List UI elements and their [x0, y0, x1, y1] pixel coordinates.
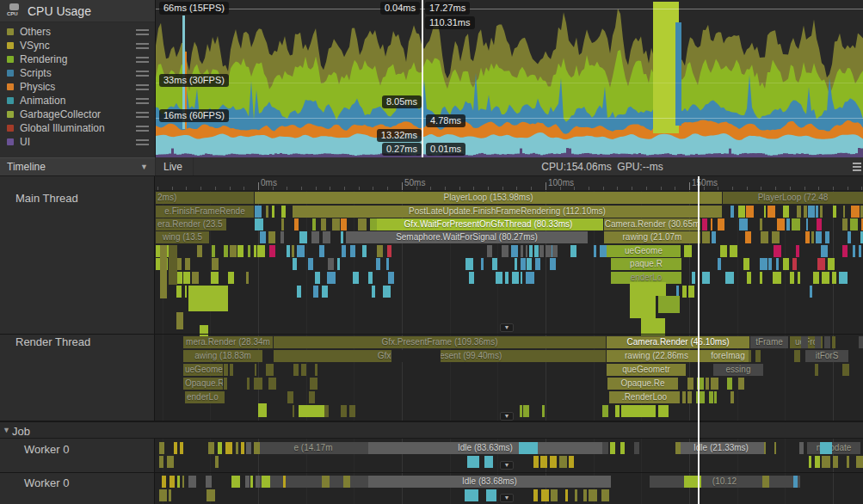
timeline-sample[interactable] — [526, 245, 527, 257]
timeline-sample[interactable] — [169, 245, 177, 285]
drag-handle-icon[interactable] — [136, 126, 149, 132]
timeline-sample[interactable] — [519, 442, 538, 454]
drag-handle-icon[interactable] — [136, 112, 149, 118]
timeline-sample[interactable] — [492, 258, 497, 270]
timeline-sample[interactable] — [327, 272, 336, 284]
timeline-sample[interactable] — [383, 286, 391, 298]
timeline-sample-mera.render-28.34m[interactable]: mera.Render (28.34m — [183, 336, 273, 348]
timeline-sample[interactable] — [792, 218, 800, 230]
timeline-sample[interactable] — [602, 405, 608, 417]
timeline-sample[interactable] — [293, 405, 294, 417]
timeline-sample[interactable] — [714, 391, 717, 403]
timeline-sample[interactable] — [241, 442, 244, 454]
timeline-sample[interactable] — [833, 456, 838, 468]
timeline-sample[interactable] — [725, 272, 734, 284]
timeline-sample[interactable] — [502, 245, 509, 257]
timeline-sample[interactable] — [218, 442, 222, 454]
timeline-sample-idle-83.68ms-[interactable]: Idle (83.68ms) — [368, 476, 611, 488]
timeline-sample[interactable] — [675, 442, 681, 454]
timeline-sample-.renderloo[interactable]: .RenderLoo — [609, 391, 680, 403]
timeline-sample[interactable] — [768, 258, 772, 270]
timeline-sample[interactable] — [341, 405, 347, 417]
timeline-sample[interactable] — [790, 272, 794, 284]
timeline-sample[interactable] — [185, 286, 187, 298]
timeline-sample[interactable] — [806, 218, 808, 230]
timeline-sample[interactable] — [268, 378, 276, 390]
timeline-sample[interactable] — [808, 206, 815, 218]
timeline-sample[interactable] — [776, 258, 779, 270]
timeline-sample[interactable] — [764, 206, 766, 218]
timeline-sample-playerloop-72.48[interactable]: PlayerLoop (72.48 — [723, 192, 863, 204]
timeline-sample[interactable] — [533, 456, 539, 468]
timeline-sample[interactable] — [269, 245, 275, 257]
timeline-sample[interactable] — [709, 391, 713, 403]
timeline-sample[interactable] — [738, 378, 744, 390]
timeline-sample[interactable] — [529, 245, 533, 257]
timeline-sample[interactable] — [610, 442, 615, 454]
timeline-sample[interactable] — [250, 476, 253, 488]
timeline-sample-quegeometr[interactable]: queGeometr — [607, 364, 686, 376]
timeline-sample-opaque.re[interactable]: Opaque.Re — [607, 378, 678, 390]
timeline-sample[interactable] — [641, 318, 665, 335]
timeline-sample[interactable] — [169, 489, 171, 501]
timeline-sample[interactable] — [541, 489, 549, 501]
thread-label[interactable]: Worker 0 — [24, 443, 70, 456]
timeline-sample-paque.r[interactable]: paque.R — [611, 258, 681, 270]
timeline-sample[interactable] — [185, 258, 190, 270]
timeline-sample[interactable] — [859, 245, 861, 257]
timeline-sample[interactable] — [749, 350, 751, 362]
timeline-sample[interactable] — [839, 272, 848, 284]
timeline-sample[interactable] — [266, 364, 274, 376]
timeline-sample[interactable] — [783, 206, 789, 218]
timeline-sample[interactable] — [215, 456, 219, 468]
timeline-sample-postlateupdate.finishframerendering-112.10ms-[interactable]: PostLateUpdate.FinishFrameRendering (112… — [293, 206, 722, 218]
timeline-sample-uegeome[interactable]: ueGeome — [183, 364, 223, 376]
timeline-sample[interactable] — [764, 442, 766, 454]
timeline-sample[interactable] — [341, 218, 347, 230]
expand-rows-button[interactable]: ▼ — [500, 461, 514, 470]
timeline-sample-uegeome[interactable]: ueGeome — [607, 245, 681, 257]
timeline-sample[interactable] — [730, 206, 734, 218]
timeline-sample[interactable] — [746, 206, 754, 218]
timeline-sample[interactable] — [387, 245, 391, 257]
timeline-sample[interactable] — [702, 272, 710, 284]
timeline-sample[interactable] — [523, 405, 529, 417]
timeline-sample[interactable] — [520, 405, 522, 417]
timeline-sample[interactable] — [341, 231, 343, 243]
drag-handle-icon[interactable] — [136, 71, 149, 77]
timeline-sample[interactable] — [569, 456, 574, 468]
timeline-sample[interactable] — [850, 218, 858, 230]
timeline-sample[interactable] — [376, 258, 380, 270]
timeline-sample[interactable] — [521, 258, 526, 270]
timeline-sample[interactable] — [794, 350, 800, 362]
timeline-sample[interactable] — [810, 286, 812, 298]
live-button[interactable]: Live — [155, 157, 194, 175]
timeline-sample[interactable] — [230, 245, 237, 257]
timeline-sample-e-14.17m[interactable]: e (14.17m — [258, 442, 368, 454]
timeline-sample[interactable] — [692, 272, 695, 284]
timeline-sample[interactable] — [711, 218, 712, 230]
timeline-sample[interactable] — [159, 442, 164, 454]
timeline-sample[interactable] — [254, 442, 260, 454]
timeline-sample[interactable] — [183, 272, 190, 284]
timeline-sample-n.update[interactable]: n.Update — [807, 442, 860, 454]
timeline-sample[interactable] — [821, 245, 828, 257]
legend-item-physics[interactable]: Physics — [0, 80, 155, 94]
timeline-sample-awing-18.83m[interactable]: awing (18.83m — [183, 350, 262, 362]
timeline-sample[interactable] — [312, 218, 316, 230]
timeline-sample[interactable] — [809, 456, 811, 468]
timeline-sample[interactable] — [332, 218, 340, 230]
timeline-sample[interactable] — [272, 206, 274, 218]
timeline-sample[interactable] — [228, 272, 234, 284]
timeline-sample[interactable] — [299, 405, 324, 417]
timeline-sample[interactable] — [762, 476, 769, 488]
timeline-sample[interactable] — [658, 405, 665, 417]
timeline-sample[interactable] — [386, 258, 389, 270]
timeline-sample[interactable] — [308, 258, 313, 270]
timeline-sample[interactable] — [377, 245, 383, 257]
timeline-sample[interactable] — [512, 272, 519, 284]
timeline-sample[interactable] — [575, 489, 577, 501]
job-group-row[interactable]: ▼Job — [0, 421, 863, 439]
timeline-sample[interactable] — [621, 405, 656, 417]
timeline-sample[interactable] — [206, 476, 212, 488]
